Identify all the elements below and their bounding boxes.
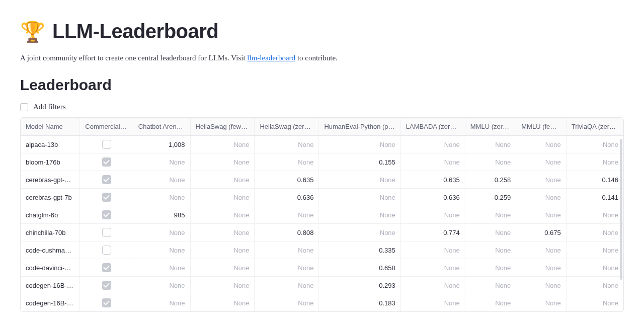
col-header-mmlu-zero[interactable]: MMLU (zero-shot) — [465, 118, 516, 136]
table-row[interactable]: alpaca-13b1,008NoneNoneNoneNoneNoneNoneN… — [21, 136, 623, 153]
col-header-humaneval[interactable]: HumanEval-Python (pass@1) — [319, 118, 400, 136]
table-row[interactable]: bloom-176bNoneNoneNone0.155NoneNoneNoneN… — [21, 153, 623, 171]
cell-he: None — [319, 136, 400, 153]
table-row[interactable]: codegen-16B-monoNoneNoneNone0.293NoneNon… — [21, 277, 623, 294]
table-row[interactable]: code-davinci-002NoneNoneNone0.658NoneNon… — [21, 259, 623, 277]
col-header-mmlu-few[interactable]: MMLU (few-shot) — [516, 118, 566, 136]
col-header-commercial[interactable]: Commercial Use? — [80, 118, 133, 136]
table-row[interactable]: cerebras-gpt-13bNoneNone0.635None0.6350.… — [21, 171, 623, 189]
cell-hs_few: None — [190, 189, 255, 206]
cell-mmlu_few: None — [516, 259, 566, 277]
cell-lambada: 0.636 — [400, 189, 465, 206]
table-row[interactable]: code-cushman-001NoneNoneNone0.335NoneNon… — [21, 242, 623, 259]
subtitle-text-prefix: A joint community effort to create one c… — [20, 54, 247, 62]
cell-commercial — [80, 136, 133, 153]
cell-model-name: codegen-16B-mono — [21, 277, 80, 294]
trophy-icon: 🏆 — [20, 22, 45, 42]
cell-triviaqa: None — [566, 224, 623, 242]
table-row[interactable]: codegen-16B-multiNoneNoneNone0.183NoneNo… — [21, 294, 623, 312]
cell-he: None — [319, 206, 400, 224]
checkbox-unchecked-icon — [102, 246, 111, 255]
section-title: Leaderboard — [20, 76, 624, 94]
cell-commercial — [80, 153, 133, 171]
table-row[interactable]: chatglm-6b985NoneNoneNoneNoneNoneNoneNon… — [21, 206, 623, 224]
cell-he: None — [319, 171, 400, 189]
cell-model-name: codegen-16B-multi — [21, 294, 80, 312]
cell-hs_zero: 0.808 — [255, 224, 319, 242]
cell-he: 0.293 — [319, 277, 400, 294]
cell-lambada: None — [400, 153, 465, 171]
checkbox-unchecked-icon — [102, 228, 111, 237]
table-row[interactable]: cerebras-gpt-7bNoneNone0.636None0.6360.2… — [21, 189, 623, 206]
cell-lambada: None — [400, 136, 465, 153]
cell-he: None — [319, 189, 400, 206]
cell-lambada: None — [400, 277, 465, 294]
cell-mmlu_few: None — [516, 277, 566, 294]
cell-arena: None — [133, 277, 190, 294]
add-filters-checkbox[interactable] — [20, 103, 28, 111]
table-header-row: Model Name Commercial Use? Chatbot Arena… — [21, 118, 623, 136]
cell-he: 0.155 — [319, 153, 400, 171]
cell-hs_zero: None — [255, 259, 319, 277]
col-header-hellaswag-zero[interactable]: HellaSwag (zero-shot) — [255, 118, 319, 136]
cell-hs_zero: None — [255, 242, 319, 259]
filter-row: Add filters — [20, 103, 624, 111]
cell-hs_zero: None — [255, 136, 319, 153]
checkbox-unchecked-icon — [102, 140, 111, 149]
cell-triviaqa: None — [566, 136, 623, 153]
cell-lambada: None — [400, 259, 465, 277]
cell-hs_zero: None — [255, 294, 319, 312]
cell-mmlu_zero: None — [465, 206, 516, 224]
cell-mmlu_few: None — [516, 294, 566, 312]
cell-triviaqa: None — [566, 259, 623, 277]
cell-mmlu_zero: None — [465, 259, 516, 277]
cell-triviaqa: None — [566, 294, 623, 312]
cell-arena: None — [133, 224, 190, 242]
cell-mmlu_zero: None — [465, 277, 516, 294]
col-header-arena[interactable]: Chatbot Arena Elo — [133, 118, 190, 136]
table-row[interactable]: chinchilla-70bNoneNone0.808None0.774None… — [21, 224, 623, 242]
checkbox-checked-icon — [102, 193, 111, 202]
page-subtitle: A joint community effort to create one c… — [20, 54, 624, 62]
cell-commercial — [80, 206, 133, 224]
table-scrollbar[interactable] — [620, 139, 622, 280]
cell-mmlu_zero: None — [465, 136, 516, 153]
page-header: 🏆 LLM-Leaderboard — [20, 20, 624, 43]
cell-hs_few: None — [190, 242, 255, 259]
cell-hs_few: None — [190, 277, 255, 294]
cell-triviaqa: None — [566, 242, 623, 259]
cell-lambada: None — [400, 206, 465, 224]
cell-arena: None — [133, 259, 190, 277]
cell-mmlu_few: None — [516, 189, 566, 206]
add-filters-label: Add filters — [33, 103, 66, 111]
leaderboard-link[interactable]: llm-leaderboard — [247, 54, 295, 62]
cell-mmlu_few: None — [516, 206, 566, 224]
col-header-lambada[interactable]: LAMBADA (zero-shot) — [400, 118, 465, 136]
cell-model-name: chinchilla-70b — [21, 224, 80, 242]
checkbox-checked-icon — [102, 210, 111, 219]
cell-arena: None — [133, 242, 190, 259]
cell-hs_zero: 0.636 — [255, 189, 319, 206]
cell-arena: 985 — [133, 206, 190, 224]
cell-mmlu_few: 0.675 — [516, 224, 566, 242]
cell-triviaqa: None — [566, 277, 623, 294]
cell-model-name: code-davinci-002 — [21, 259, 80, 277]
leaderboard-table-container: Model Name Commercial Use? Chatbot Arena… — [20, 117, 624, 312]
subtitle-text-suffix: to contribute. — [295, 54, 338, 62]
cell-mmlu_zero: None — [465, 224, 516, 242]
cell-triviaqa: None — [566, 206, 623, 224]
cell-commercial — [80, 242, 133, 259]
cell-arena: None — [133, 153, 190, 171]
cell-commercial — [80, 259, 133, 277]
cell-he: 0.183 — [319, 294, 400, 312]
cell-hs_few: None — [190, 259, 255, 277]
col-header-model-name[interactable]: Model Name — [21, 118, 80, 136]
col-header-triviaqa[interactable]: TriviaQA (zero-shot) — [566, 118, 623, 136]
checkbox-checked-icon — [102, 263, 111, 272]
cell-mmlu_few: None — [516, 171, 566, 189]
cell-model-name: bloom-176b — [21, 153, 80, 171]
cell-mmlu_zero: 0.258 — [465, 171, 516, 189]
col-header-hellaswag-few[interactable]: HellaSwag (few-shot) — [190, 118, 255, 136]
cell-commercial — [80, 277, 133, 294]
cell-he: 0.335 — [319, 242, 400, 259]
